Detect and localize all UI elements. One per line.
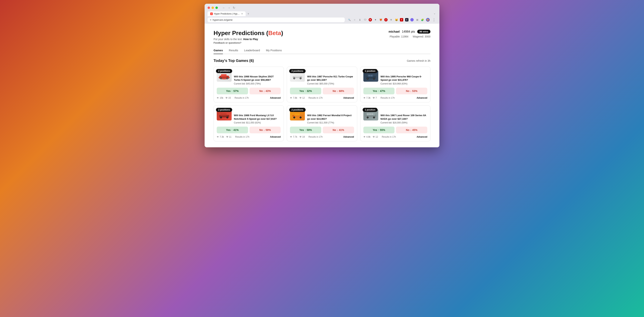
- advanced-button-4[interactable]: Advanced: [270, 136, 281, 138]
- yes-button-2[interactable]: Yes ↑ 32%: [290, 88, 321, 94]
- card-question-6: Will this 1967 Land Rover 109 Series IIA…: [380, 114, 427, 120]
- tab-results[interactable]: Results: [229, 49, 238, 54]
- svg-rect-2: [221, 74, 226, 77]
- bets-icon-6: ⚒: [373, 136, 375, 138]
- advanced-button-5[interactable]: Advanced: [343, 136, 354, 138]
- card-footer-2: 👁 7.8k ⚒ 12 Results in 17h Advanced: [290, 97, 354, 99]
- feedback-link[interactable]: Feedback or questions?: [214, 41, 283, 44]
- no-button-2[interactable]: No ↓ 68%: [323, 88, 354, 94]
- purple-icon[interactable]: [410, 18, 414, 22]
- active-tab[interactable]: H Hyper Predictions | Hypercar ✕: [208, 11, 246, 16]
- address-bar[interactable]: ⊕ hypercars.io/game: [208, 18, 345, 22]
- card-bid-3: Current bid: $19,968 (63%): [380, 82, 427, 85]
- no-button-6[interactable]: No ↓ 45%: [396, 127, 427, 133]
- advanced-button-1[interactable]: Advanced: [270, 97, 281, 99]
- t-extension-icon[interactable]: T: [400, 18, 403, 22]
- results-time-4: Results in 17h: [235, 136, 249, 138]
- forward-button[interactable]: →: [227, 6, 231, 10]
- no-button-3[interactable]: No ↓ 53%: [396, 88, 427, 94]
- positions-badge-4: 2 positions: [216, 108, 232, 112]
- no-button-1[interactable]: No ↓ 43%: [250, 88, 281, 94]
- tab-close-button[interactable]: ✕: [241, 13, 243, 15]
- results-time-2: Results in 17h: [308, 97, 322, 99]
- card-question-5: Will this 1982 Ferrari Mondial 8 Project…: [307, 114, 354, 120]
- svg-rect-8: [294, 75, 300, 77]
- profile-icon[interactable]: 🎨: [426, 18, 430, 22]
- views-icon-1: 👁: [217, 97, 219, 99]
- opera-icon[interactable]: O: [384, 18, 388, 22]
- back-button[interactable]: ←: [222, 6, 226, 10]
- raindrop-icon[interactable]: ✦: [374, 18, 377, 22]
- bets-count-6: 12: [376, 136, 378, 138]
- card-info-2: Will this 1987 Porsche 911 Turbo Coupe g…: [307, 71, 354, 85]
- close-button[interactable]: [208, 7, 210, 9]
- user-info: michael 14984 pts 96 wins Playable: 1198…: [388, 30, 430, 38]
- puzzle-icon[interactable]: 🧩: [421, 18, 424, 22]
- no-button-5[interactable]: No ↓ 41%: [323, 127, 354, 133]
- card-footer-5: 👁 7.7k ⚒ 19 Results in 17h Advanced: [290, 136, 354, 138]
- svg-point-41: [367, 117, 368, 118]
- fox-icon[interactable]: 🦊: [379, 18, 382, 22]
- maximize-button[interactable]: [216, 7, 218, 9]
- svg-rect-37: [369, 113, 371, 115]
- svg-rect-20: [371, 75, 372, 77]
- svg-point-31: [294, 117, 294, 118]
- username: michael: [388, 30, 400, 33]
- nav-buttons: ← → ↻: [222, 6, 236, 10]
- svg-rect-38: [372, 113, 373, 115]
- advanced-button-2[interactable]: Advanced: [343, 97, 354, 99]
- emoji-icon[interactable]: 😸: [395, 18, 398, 22]
- game-card-5: 2 positions Wil: [287, 105, 357, 141]
- toolbar-icons: 🔍 ☆ ℹ 🛡 R ✦ 🦊 O ✳ 😸 T C ⊞ 🧩 🎨 ⋮: [348, 17, 436, 22]
- card-footer-6: 👁 4.8k ⚒ 12 Results in 17h Advanced: [363, 136, 427, 138]
- tab-my-positions[interactable]: My Positions: [266, 49, 282, 54]
- yes-button-5[interactable]: Yes ↑ 59%: [290, 127, 321, 133]
- positions-badge-1: 2 positions: [216, 69, 232, 73]
- refresh-button[interactable]: ↻: [232, 6, 236, 10]
- c-extension-icon[interactable]: C: [405, 18, 408, 22]
- card-info-6: Will this 1967 Land Rover 109 Series IIA…: [380, 109, 427, 124]
- positions-badge-6: 1 position: [362, 108, 378, 112]
- user-pts: 14984 pts: [402, 30, 415, 33]
- bookmark-icon[interactable]: ☆: [353, 18, 356, 22]
- advanced-button-3[interactable]: Advanced: [417, 97, 427, 99]
- views-icon-2: 👁: [290, 97, 292, 99]
- user-row: michael 14984 pts 96 wins: [388, 30, 430, 34]
- spark-icon[interactable]: ✳: [390, 18, 393, 22]
- bets-count-4: 11: [229, 136, 232, 138]
- browser-menu-button[interactable]: ⋮: [432, 17, 436, 22]
- how-to-play-link[interactable]: How to Play: [243, 38, 258, 41]
- no-button-4[interactable]: No ↓ 59%: [250, 127, 281, 133]
- bets-count-3: 7: [376, 97, 377, 99]
- yes-button-3[interactable]: Yes ↑ 47%: [363, 88, 395, 94]
- info-icon[interactable]: ℹ: [358, 18, 362, 22]
- card-footer-1: 👁 15k ⚒ 15 Results in 17h Advanced: [217, 97, 281, 99]
- tab-favicon: H: [210, 13, 213, 15]
- card-info-3: Will this 1995 Porsche 968 Coupe 6-Speed…: [380, 71, 427, 85]
- game-card-3: 1 position: [360, 67, 430, 102]
- card-question-1: Will this 1998 Nissan Skyline 25GT Turbo…: [234, 75, 281, 82]
- views-icon-6: 👁: [363, 136, 366, 138]
- tab-games[interactable]: Games: [214, 49, 223, 54]
- r-extension-icon[interactable]: R: [368, 18, 372, 22]
- tab-bar: H Hyper Predictions | Hypercar ✕ + ⌄: [208, 11, 436, 16]
- search-toolbar-icon[interactable]: 🔍: [348, 18, 351, 22]
- grid-icon[interactable]: ⊞: [416, 18, 419, 22]
- yes-button-1[interactable]: Yes ↑ 57%: [217, 88, 248, 94]
- advanced-button-6[interactable]: Advanced: [417, 136, 427, 138]
- yes-button-4[interactable]: Yes ↑ 41%: [217, 127, 248, 133]
- svg-rect-33: [292, 115, 294, 116]
- card-bid-6: Current bid: $16,000 (59%): [380, 121, 427, 124]
- wins-badge: 96 wins: [417, 30, 430, 34]
- yes-button-6[interactable]: Yes ↑ 55%: [363, 127, 395, 133]
- bets-count-5: 19: [302, 136, 305, 138]
- card-buttons-2: Yes ↑ 32% No ↓ 68%: [290, 88, 354, 94]
- tab-leaderboard[interactable]: Leaderboard: [244, 49, 260, 54]
- new-tab-button[interactable]: +: [246, 12, 251, 16]
- views-count-2: 7.8k: [293, 97, 297, 99]
- minimize-button[interactable]: [212, 7, 214, 9]
- results-time-5: Results in 17h: [308, 136, 322, 138]
- page-title: Hyper Predictions (Beta): [214, 30, 283, 37]
- shield-icon[interactable]: 🛡: [363, 18, 367, 22]
- tab-menu-button[interactable]: ⌄: [433, 11, 436, 15]
